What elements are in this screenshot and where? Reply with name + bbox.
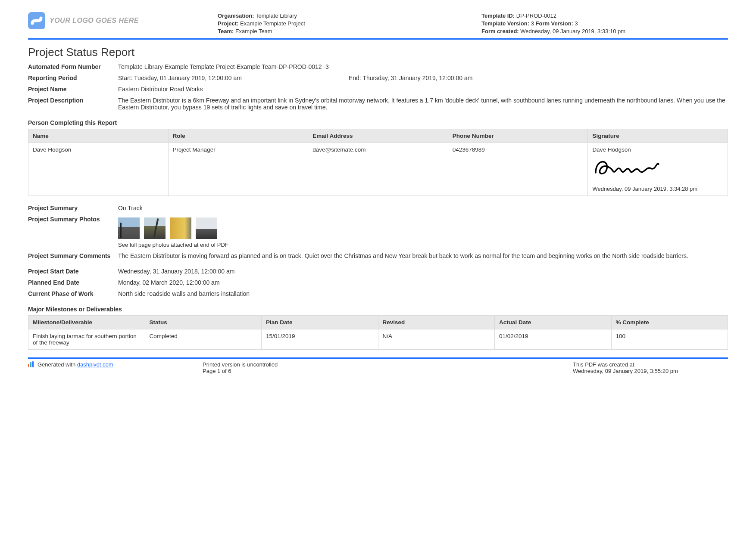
col-revised: Revised xyxy=(378,315,495,329)
project-description-value: The Eastern Distributor is a 6km Freeway… xyxy=(118,97,728,111)
cell-pct: 100 xyxy=(611,329,728,349)
planned-end-value: Monday, 02 March 2020, 12:00:00 am xyxy=(118,279,728,286)
table-row: Dave Hodgson Project Manager dave@sitema… xyxy=(28,143,728,196)
signature-icon xyxy=(592,155,661,178)
form-version-label: Form Version: xyxy=(536,20,573,27)
team-value: Example Team xyxy=(235,28,272,34)
project-label: Project: xyxy=(218,20,238,27)
project-value: Example Template Project xyxy=(240,20,305,27)
project-start-label: Project Start Date xyxy=(28,264,116,275)
cell-actual: 01/02/2019 xyxy=(495,329,612,349)
col-plan-date: Plan Date xyxy=(262,315,378,329)
cell-signature: Dave Hodgson Wednesday, 09 January 2019,… xyxy=(588,143,728,196)
milestones-table: Milestone/Deliverable Status Plan Date R… xyxy=(28,315,728,350)
cell-name: Dave Hodgson xyxy=(28,143,169,196)
org-label: Organisation: xyxy=(218,12,254,19)
template-version-value: 3 xyxy=(531,20,534,27)
created-at-value: Wednesday, 09 January 2019, 3:55:20 pm xyxy=(573,368,728,374)
current-phase-value: North side roadside walls and barriers i… xyxy=(118,290,728,297)
summary-grid: Project Summary On Track Project Summary… xyxy=(28,205,728,297)
header-rule xyxy=(28,38,728,40)
project-summary-label: Project Summary xyxy=(28,205,116,211)
reporting-period-end: End: Thursday, 31 January 2019, 12:00:00… xyxy=(349,75,472,81)
col-phone: Phone Number xyxy=(448,129,588,143)
footer-rule xyxy=(28,357,728,359)
project-start-value: Wednesday, 31 January 2018, 12:00:00 am xyxy=(118,264,728,275)
col-email: Email Address xyxy=(308,129,448,143)
current-phase-label: Current Phase of Work xyxy=(28,290,116,297)
signature-name: Dave Hodgson xyxy=(592,146,723,153)
uncontrolled-text: Printed version is uncontrolled xyxy=(203,361,573,368)
org-value: Template Library xyxy=(256,12,297,19)
info-grid: Automated Form Number Template Library-E… xyxy=(28,63,728,111)
reporting-period-label: Reporting Period xyxy=(28,75,116,81)
footer: Generated with dashpivot.com Printed ver… xyxy=(28,361,728,374)
footer-right: This PDF was created at Wednesday, 09 Ja… xyxy=(573,361,728,374)
dashpivot-link[interactable]: dashpivot.com xyxy=(77,361,113,368)
logo-block: YOUR LOGO GOES HERE xyxy=(28,12,200,29)
summary-comments-label: Project Summary Comments xyxy=(28,252,116,259)
automated-form-number-label: Automated Form Number xyxy=(28,63,116,70)
photo-thumbnail-3 xyxy=(170,217,191,239)
table-header-row: Name Role Email Address Phone Number Sig… xyxy=(28,129,728,143)
project-summary-value: On Track xyxy=(118,205,728,211)
summary-photos-block: See full page photos attached at end of … xyxy=(118,216,728,248)
table-header-row: Milestone/Deliverable Status Plan Date R… xyxy=(28,315,728,329)
team-label: Team: xyxy=(218,28,234,34)
form-version-value: 3 xyxy=(575,20,578,27)
footer-generated: Generated with dashpivot.com xyxy=(28,361,203,374)
col-signature: Signature xyxy=(588,129,728,143)
template-version-label: Template Version: xyxy=(481,20,529,27)
signature-date: Wednesday, 09 January 2019, 3:34:28 pm xyxy=(592,186,723,192)
reporting-period-value: Start: Tuesday, 01 January 2019, 12:00:0… xyxy=(118,75,728,81)
cell-deliverable: Finish laying tarmac for southern portio… xyxy=(28,329,145,349)
form-created-value: Wednesday, 09 January 2019, 3:33:10 pm xyxy=(520,28,625,34)
photo-thumbnails xyxy=(118,217,728,239)
logo-placeholder-text: YOUR LOGO GOES HERE xyxy=(50,17,139,25)
page-number: Page 1 of 6 xyxy=(203,368,573,374)
summary-comments-value: The Eastern Distributor is moving forwar… xyxy=(118,252,728,259)
photos-caption: See full page photos attached at end of … xyxy=(118,242,728,248)
page: YOUR LOGO GOES HERE Organisation: Templa… xyxy=(0,0,756,383)
person-table: Name Role Email Address Phone Number Sig… xyxy=(28,129,728,196)
photo-thumbnail-4 xyxy=(196,217,217,239)
col-role: Role xyxy=(168,129,308,143)
page-title: Project Status Report xyxy=(28,46,728,59)
col-pct: % Complete xyxy=(611,315,728,329)
cell-revised: N/A xyxy=(378,329,495,349)
created-at-label: This PDF was created at xyxy=(573,361,728,368)
project-description-label: Project Description xyxy=(28,97,116,111)
header-meta-center: Organisation: Template Library Project: … xyxy=(218,12,464,36)
cell-status: Completed xyxy=(145,329,262,349)
automated-form-number-value: Template Library-Example Template Projec… xyxy=(118,63,728,70)
report-header: YOUR LOGO GOES HERE Organisation: Templa… xyxy=(28,12,728,36)
cell-email: dave@sitemate.com xyxy=(308,143,448,196)
reporting-period-start: Start: Tuesday, 01 January 2019, 12:00:0… xyxy=(118,75,242,81)
generated-prefix: Generated with xyxy=(37,361,77,368)
planned-end-label: Planned End Date xyxy=(28,279,116,286)
footer-center: Printed version is uncontrolled Page 1 o… xyxy=(203,361,573,374)
col-actual: Actual Date xyxy=(495,315,612,329)
col-name: Name xyxy=(28,129,169,143)
cell-role: Project Manager xyxy=(168,143,308,196)
template-id-value: DP-PROD-0012 xyxy=(516,12,556,19)
col-deliverable: Milestone/Deliverable xyxy=(28,315,145,329)
photo-thumbnail-2 xyxy=(144,217,166,239)
milestones-section-label: Major Milestones or Deliverables xyxy=(28,306,728,313)
person-section-label: Person Completing this Report xyxy=(28,119,728,126)
project-name-label: Project Name xyxy=(28,86,116,93)
cell-phone: 0423678989 xyxy=(448,143,588,196)
project-name-value: Eastern Distributor Road Works xyxy=(118,86,728,93)
cell-plan-date: 15/01/2019 xyxy=(262,329,378,349)
template-id-label: Template ID: xyxy=(481,12,515,19)
col-status: Status xyxy=(145,315,262,329)
summary-photos-label: Project Summary Photos xyxy=(28,216,116,248)
form-created-label: Form created: xyxy=(481,28,519,34)
photo-thumbnail-1 xyxy=(118,217,140,239)
header-meta-right: Template ID: DP-PROD-0012 Template Versi… xyxy=(481,12,728,36)
table-row: Finish laying tarmac for southern portio… xyxy=(28,329,728,349)
logo-icon xyxy=(28,12,45,29)
dashpivot-icon xyxy=(28,361,35,367)
